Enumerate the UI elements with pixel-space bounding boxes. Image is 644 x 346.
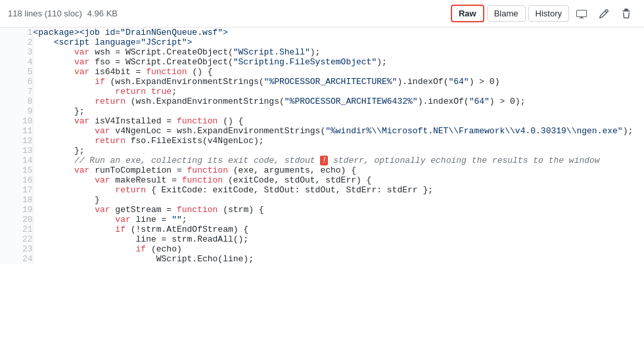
line-code: if (echo) xyxy=(33,244,644,254)
line-code: return { ExitCode: exitCode, StdOut: std… xyxy=(33,185,644,195)
table-row: 13 }; xyxy=(0,146,644,156)
table-row: 7 return true; xyxy=(0,87,644,97)
table-row: 12 return fso.FileExists(v4NgenLoc); xyxy=(0,136,644,146)
toolbar-actions: Raw Blame History xyxy=(451,5,636,23)
line-code: } xyxy=(33,195,644,205)
line-number: 9 xyxy=(0,106,33,116)
trash-icon xyxy=(621,9,632,19)
line-code: line = strm.ReadAll(); xyxy=(33,234,644,244)
line-code: return true; xyxy=(33,87,644,97)
line-number: 23 xyxy=(0,244,33,254)
table-row: 15 var runToCompletion = function (exe, … xyxy=(0,165,644,175)
table-row: 2 <script language="JScript"> xyxy=(0,37,644,47)
table-row: 9 }; xyxy=(0,106,644,116)
file-info: 118 lines (110 sloc) 4.96 KB xyxy=(8,9,118,18)
line-number: 12 xyxy=(0,136,33,146)
line-code: var line = ""; xyxy=(33,215,644,225)
table-row: 22 line = strm.ReadAll(); xyxy=(0,234,644,244)
table-row: 19 var getStream = function (strm) { xyxy=(0,205,644,215)
line-code: if (!strm.AtEndOfStream) { xyxy=(33,225,644,234)
table-row: 17 return { ExitCode: exitCode, StdOut: … xyxy=(0,185,644,195)
table-row: 18 } xyxy=(0,195,644,205)
line-code: <package><job id="DrainNGenQueue.wsf"> xyxy=(33,28,644,37)
file-size: 4.96 KB xyxy=(87,9,118,18)
line-code: var fso = WScript.CreateObject("Scriptin… xyxy=(33,57,644,67)
line-code: }; xyxy=(33,106,644,116)
line-number: 16 xyxy=(0,175,33,185)
line-code: var runToCompletion = function (exe, arg… xyxy=(33,165,644,175)
line-code: return fso.FileExists(v4NgenLoc); xyxy=(33,136,644,146)
line-number: 19 xyxy=(0,205,33,215)
line-code: // Run an exe, collecting its exit code,… xyxy=(33,156,644,165)
line-code: if (wsh.ExpandEnvironmentStrings("%PROCE… xyxy=(33,77,644,87)
line-code: var makeResult = function (exitCode, std… xyxy=(33,175,644,185)
line-number: 18 xyxy=(0,195,33,205)
table-row: 4 var fso = WScript.CreateObject("Script… xyxy=(0,57,644,67)
line-number: 3 xyxy=(0,47,33,57)
line-number: 6 xyxy=(0,77,33,87)
line-code: }; xyxy=(33,146,644,156)
line-number: 14 xyxy=(0,156,33,165)
line-number: 22 xyxy=(0,234,33,244)
table-row: 24 WScript.Echo(line); xyxy=(0,254,644,264)
line-number: 7 xyxy=(0,87,33,97)
table-row: 21 if (!strm.AtEndOfStream) { xyxy=(0,225,644,234)
line-number: 17 xyxy=(0,185,33,195)
table-row: 16 var makeResult = function (exitCode, … xyxy=(0,175,644,185)
line-code: var getStream = function (strm) { xyxy=(33,205,644,215)
blame-button[interactable]: Blame xyxy=(487,5,526,22)
table-row: 10 var isV4Installed = function () { xyxy=(0,116,644,126)
table-row: 20 var line = ""; xyxy=(0,215,644,225)
delete-button[interactable] xyxy=(616,5,636,23)
line-code: WScript.Echo(line); xyxy=(33,254,644,264)
line-number: 24 xyxy=(0,254,33,264)
table-row: 8 return (wsh.ExpandEnvironmentStrings("… xyxy=(0,97,644,106)
line-number: 20 xyxy=(0,215,33,225)
line-number: 2 xyxy=(0,37,33,47)
line-code: var wsh = WScript.CreateObject("WScript.… xyxy=(33,47,644,57)
edit-button[interactable] xyxy=(594,5,614,23)
line-code: var isV4Installed = function () { xyxy=(33,116,644,126)
line-number: 4 xyxy=(0,57,33,67)
line-number: 11 xyxy=(0,126,33,136)
toolbar: 118 lines (110 sloc) 4.96 KB Raw Blame H… xyxy=(0,0,644,28)
line-number: 10 xyxy=(0,116,33,126)
table-row: 14 // Run an exe, collecting its exit co… xyxy=(0,156,644,165)
table-row: 6 if (wsh.ExpandEnvironmentStrings("%PRO… xyxy=(0,77,644,87)
page-container: 118 lines (110 sloc) 4.96 KB Raw Blame H… xyxy=(0,0,644,346)
table-row: 23 if (echo) xyxy=(0,244,644,254)
line-number: 15 xyxy=(0,165,33,175)
line-number: 1 xyxy=(0,28,33,37)
line-number: 5 xyxy=(0,67,33,77)
line-number: 13 xyxy=(0,146,33,156)
table-row: 11 var v4NgenLoc = wsh.ExpandEnvironment… xyxy=(0,126,644,136)
line-code: var v4NgenLoc = wsh.ExpandEnvironmentStr… xyxy=(33,126,644,136)
table-row: 1 <package><job id="DrainNGenQueue.wsf"> xyxy=(0,28,644,37)
table-row: 3 var wsh = WScript.CreateObject("WScrip… xyxy=(0,47,644,57)
line-code: var is64bit = function () { xyxy=(33,67,644,77)
line-code: return (wsh.ExpandEnvironmentStrings("%P… xyxy=(33,97,644,106)
table-row: 5 var is64bit = function () { xyxy=(0,67,644,77)
code-table: 1 <package><job id="DrainNGenQueue.wsf">… xyxy=(0,28,644,264)
line-count: 118 lines (110 sloc) xyxy=(8,9,82,18)
line-number: 21 xyxy=(0,225,33,234)
raw-button[interactable]: Raw xyxy=(451,5,484,22)
pencil-icon xyxy=(599,9,609,19)
line-number: 8 xyxy=(0,97,33,106)
monitor-button[interactable] xyxy=(572,5,591,23)
history-button[interactable]: History xyxy=(528,5,569,22)
monitor-icon xyxy=(576,9,587,19)
line-code: <script language="JScript"> xyxy=(33,37,644,47)
code-area: 1 <package><job id="DrainNGenQueue.wsf">… xyxy=(0,28,644,346)
